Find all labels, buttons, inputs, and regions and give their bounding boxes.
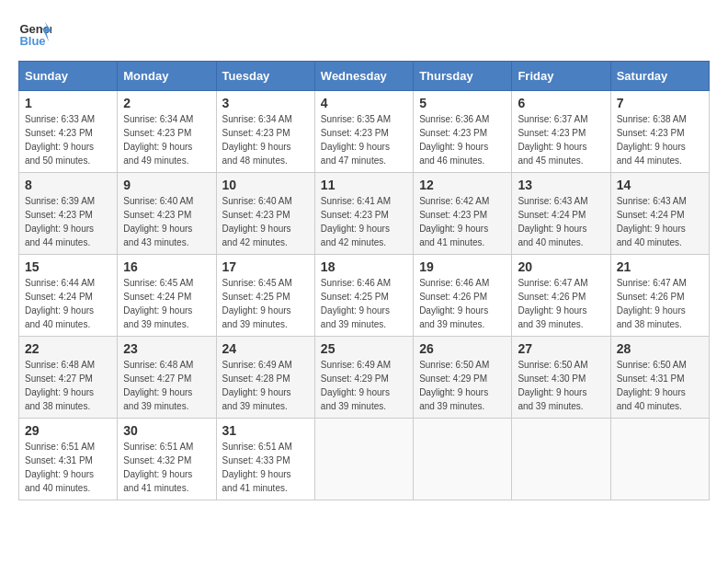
day-number: 10: [222, 178, 309, 192]
day-number: 3: [222, 96, 309, 110]
day-number: 13: [518, 178, 604, 192]
calendar-cell: 5Sunrise: 6:36 AMSunset: 4:23 PMDaylight…: [414, 91, 512, 173]
day-number: 23: [123, 341, 210, 356]
calendar-cell: 6Sunrise: 6:37 AMSunset: 4:23 PMDaylight…: [512, 91, 610, 173]
calendar-cell: [610, 419, 709, 500]
weekday-header-row: SundayMondayTuesdayWednesdayThursdayFrid…: [19, 62, 710, 91]
cell-details: Sunrise: 6:47 AMSunset: 4:26 PMDaylight:…: [518, 276, 604, 331]
calendar-cell: 21Sunrise: 6:47 AMSunset: 4:26 PMDayligh…: [610, 255, 709, 337]
cell-details: Sunrise: 6:50 AMSunset: 4:31 PMDaylight:…: [617, 358, 703, 413]
calendar-cell: 27Sunrise: 6:50 AMSunset: 4:30 PMDayligh…: [512, 337, 610, 419]
calendar-cell: 25Sunrise: 6:49 AMSunset: 4:29 PMDayligh…: [314, 337, 413, 419]
day-number: 11: [321, 178, 407, 192]
day-number: 25: [321, 341, 407, 356]
cell-details: Sunrise: 6:45 AMSunset: 4:25 PMDaylight:…: [222, 276, 309, 331]
day-number: 12: [419, 178, 506, 192]
calendar-cell: 9Sunrise: 6:40 AMSunset: 4:23 PMDaylight…: [118, 173, 216, 255]
cell-details: Sunrise: 6:34 AMSunset: 4:23 PMDaylight:…: [222, 112, 309, 167]
day-number: 30: [123, 423, 210, 438]
cell-details: Sunrise: 6:49 AMSunset: 4:29 PMDaylight:…: [321, 358, 407, 413]
day-number: 28: [617, 341, 703, 356]
weekday-header-sunday: Sunday: [19, 62, 118, 91]
svg-text:Blue: Blue: [19, 34, 45, 48]
calendar-week-1: 1Sunrise: 6:33 AMSunset: 4:23 PMDaylight…: [19, 91, 710, 173]
calendar-cell: 7Sunrise: 6:38 AMSunset: 4:23 PMDaylight…: [610, 91, 709, 173]
calendar-cell: 10Sunrise: 6:40 AMSunset: 4:23 PMDayligh…: [216, 173, 314, 255]
calendar-cell: 16Sunrise: 6:45 AMSunset: 4:24 PMDayligh…: [118, 255, 216, 337]
calendar-cell: 24Sunrise: 6:49 AMSunset: 4:28 PMDayligh…: [216, 337, 314, 419]
day-number: 16: [123, 259, 210, 274]
cell-details: Sunrise: 6:43 AMSunset: 4:24 PMDaylight:…: [617, 194, 703, 249]
cell-details: Sunrise: 6:45 AMSunset: 4:24 PMDaylight:…: [123, 276, 210, 331]
cell-details: Sunrise: 6:47 AMSunset: 4:26 PMDaylight:…: [617, 276, 703, 331]
calendar-cell: 28Sunrise: 6:50 AMSunset: 4:31 PMDayligh…: [610, 337, 709, 419]
weekday-header-wednesday: Wednesday: [314, 62, 413, 91]
cell-details: Sunrise: 6:39 AMSunset: 4:23 PMDaylight:…: [25, 194, 111, 249]
calendar-week-5: 29Sunrise: 6:51 AMSunset: 4:31 PMDayligh…: [19, 419, 710, 500]
day-number: 29: [25, 423, 111, 438]
cell-details: Sunrise: 6:48 AMSunset: 4:27 PMDaylight:…: [25, 358, 111, 413]
day-number: 5: [419, 96, 506, 110]
day-number: 20: [518, 259, 604, 274]
cell-details: Sunrise: 6:42 AMSunset: 4:23 PMDaylight:…: [419, 194, 506, 249]
cell-details: Sunrise: 6:34 AMSunset: 4:23 PMDaylight:…: [123, 112, 210, 167]
calendar-cell: 20Sunrise: 6:47 AMSunset: 4:26 PMDayligh…: [512, 255, 610, 337]
logo: General Blue: [18, 18, 51, 52]
day-number: 4: [321, 96, 407, 110]
day-number: 21: [617, 259, 703, 274]
weekday-header-friday: Friday: [512, 62, 610, 91]
day-number: 9: [123, 178, 210, 192]
calendar-cell: [314, 419, 413, 500]
cell-details: Sunrise: 6:40 AMSunset: 4:23 PMDaylight:…: [123, 194, 210, 249]
calendar-cell: 4Sunrise: 6:35 AMSunset: 4:23 PMDaylight…: [314, 91, 413, 173]
cell-details: Sunrise: 6:49 AMSunset: 4:28 PMDaylight:…: [222, 358, 309, 413]
calendar-cell: 22Sunrise: 6:48 AMSunset: 4:27 PMDayligh…: [19, 337, 118, 419]
cell-details: Sunrise: 6:35 AMSunset: 4:23 PMDaylight:…: [321, 112, 407, 167]
day-number: 15: [25, 259, 111, 274]
cell-details: Sunrise: 6:38 AMSunset: 4:23 PMDaylight:…: [617, 112, 703, 167]
calendar-cell: 23Sunrise: 6:48 AMSunset: 4:27 PMDayligh…: [118, 337, 216, 419]
day-number: 2: [123, 96, 210, 110]
day-number: 31: [222, 423, 309, 438]
day-number: 6: [518, 96, 604, 110]
cell-details: Sunrise: 6:44 AMSunset: 4:24 PMDaylight:…: [25, 276, 111, 331]
calendar-cell: 8Sunrise: 6:39 AMSunset: 4:23 PMDaylight…: [19, 173, 118, 255]
day-number: 19: [419, 259, 506, 274]
weekday-header-monday: Monday: [118, 62, 216, 91]
day-number: 14: [617, 178, 703, 192]
logo-icon: General Blue: [18, 18, 51, 52]
cell-details: Sunrise: 6:51 AMSunset: 4:32 PMDaylight:…: [123, 440, 210, 495]
day-number: 1: [25, 96, 111, 110]
calendar-cell: [414, 419, 512, 500]
day-number: 18: [321, 259, 407, 274]
header: General Blue: [18, 18, 710, 52]
calendar-cell: 13Sunrise: 6:43 AMSunset: 4:24 PMDayligh…: [512, 173, 610, 255]
day-number: 27: [518, 341, 604, 356]
cell-details: Sunrise: 6:36 AMSunset: 4:23 PMDaylight:…: [419, 112, 506, 167]
cell-details: Sunrise: 6:46 AMSunset: 4:26 PMDaylight:…: [419, 276, 506, 331]
calendar-cell: 1Sunrise: 6:33 AMSunset: 4:23 PMDaylight…: [19, 91, 118, 173]
calendar-cell: 18Sunrise: 6:46 AMSunset: 4:25 PMDayligh…: [314, 255, 413, 337]
calendar-cell: 31Sunrise: 6:51 AMSunset: 4:33 PMDayligh…: [216, 419, 314, 500]
cell-details: Sunrise: 6:51 AMSunset: 4:33 PMDaylight:…: [222, 440, 309, 495]
cell-details: Sunrise: 6:37 AMSunset: 4:23 PMDaylight:…: [518, 112, 604, 167]
day-number: 17: [222, 259, 309, 274]
calendar-week-3: 15Sunrise: 6:44 AMSunset: 4:24 PMDayligh…: [19, 255, 710, 337]
weekday-header-thursday: Thursday: [414, 62, 512, 91]
calendar-cell: 2Sunrise: 6:34 AMSunset: 4:23 PMDaylight…: [118, 91, 216, 173]
cell-details: Sunrise: 6:48 AMSunset: 4:27 PMDaylight:…: [123, 358, 210, 413]
day-number: 8: [25, 178, 111, 192]
cell-details: Sunrise: 6:50 AMSunset: 4:30 PMDaylight:…: [518, 358, 604, 413]
calendar-week-2: 8Sunrise: 6:39 AMSunset: 4:23 PMDaylight…: [19, 173, 710, 255]
calendar-cell: 14Sunrise: 6:43 AMSunset: 4:24 PMDayligh…: [610, 173, 709, 255]
cell-details: Sunrise: 6:51 AMSunset: 4:31 PMDaylight:…: [25, 440, 111, 495]
calendar-cell: 19Sunrise: 6:46 AMSunset: 4:26 PMDayligh…: [414, 255, 512, 337]
day-number: 22: [25, 341, 111, 356]
day-number: 24: [222, 341, 309, 356]
day-number: 7: [617, 96, 703, 110]
weekday-header-tuesday: Tuesday: [216, 62, 314, 91]
calendar-cell: 26Sunrise: 6:50 AMSunset: 4:29 PMDayligh…: [414, 337, 512, 419]
calendar-cell: 3Sunrise: 6:34 AMSunset: 4:23 PMDaylight…: [216, 91, 314, 173]
calendar-cell: [512, 419, 610, 500]
calendar-table: SundayMondayTuesdayWednesdayThursdayFrid…: [18, 61, 710, 500]
